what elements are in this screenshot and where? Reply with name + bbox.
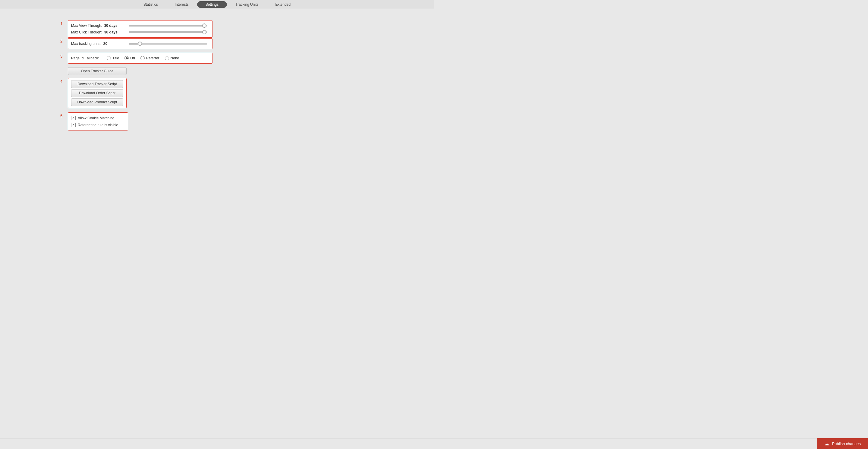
fallback-title-label: Title (113, 56, 119, 60)
fallback-none-label: None (170, 56, 179, 60)
retargeting-rule-row: Retargeting rule is visible (71, 122, 125, 128)
max-click-through-thumb[interactable] (202, 30, 207, 34)
tab-settings[interactable]: Settings (197, 1, 227, 8)
max-view-through-thumb[interactable] (202, 24, 207, 28)
tab-extended[interactable]: Extended (267, 1, 299, 8)
fallback-option-none[interactable]: None (165, 56, 179, 60)
download-tracker-script-button[interactable]: Download Tracker Script (71, 80, 123, 88)
fallback-label: Page Id Fallback: (71, 56, 101, 60)
max-click-through-track (129, 31, 207, 33)
fallback-radio-title[interactable] (107, 56, 111, 60)
download-product-script-button[interactable]: Download Product Script (71, 98, 123, 106)
max-tracking-units-thumb[interactable] (138, 41, 142, 46)
section-number-3: 3 (60, 54, 68, 59)
section-number-2: 2 (60, 39, 68, 43)
fallback-option-referrer[interactable]: Referrer (141, 56, 159, 60)
fallback-radio-referrer[interactable] (141, 56, 145, 60)
max-view-through-track (129, 25, 207, 27)
max-view-through-label: Max View Through: 30 days (71, 24, 127, 28)
fallback-option-url[interactable]: Url (124, 56, 135, 60)
retargeting-rule-label: Retargeting rule is visible (78, 123, 118, 127)
tab-tracking-units[interactable]: Tracking Units (227, 1, 267, 8)
allow-cookie-matching-checkbox[interactable] (71, 116, 76, 120)
section-number-5: 5 (60, 114, 68, 118)
section-4-box: Download Tracker Script Download Order S… (68, 78, 127, 108)
fallback-radio-none[interactable] (165, 56, 169, 60)
tab-interests[interactable]: Interests (166, 1, 197, 8)
fallback-option-title[interactable]: Title (107, 56, 119, 60)
max-tracking-units-row: Max tracking units: 20 (71, 40, 209, 47)
allow-cookie-matching-row: Allow Cookie Matching (71, 115, 125, 122)
max-view-through-row: Max View Through: 30 days (71, 22, 209, 29)
nav-separator (0, 9, 434, 9)
fallback-row: Page Id Fallback: Title Url Referrer (71, 55, 209, 62)
tab-statistics[interactable]: Statistics (135, 1, 166, 8)
section-2-box: Max tracking units: 20 (68, 38, 213, 49)
allow-cookie-matching-label: Allow Cookie Matching (78, 116, 114, 120)
main-content: 1 Max View Through: 30 days Max Click Th… (0, 14, 434, 130)
section-5-box: Allow Cookie Matching Retargeting rule i… (68, 113, 128, 130)
top-navigation: Statistics Interests Settings Tracking U… (0, 0, 434, 9)
fallback-radio-url[interactable] (124, 56, 129, 60)
section-4-wrapper: 4 Download Tracker Script Download Order… (60, 78, 434, 108)
max-tracking-units-label: Max tracking units: 20 (71, 41, 127, 46)
section-3-box: Page Id Fallback: Title Url Referrer (68, 53, 213, 64)
fallback-referrer-label: Referrer (146, 56, 159, 60)
section-number-1: 1 (60, 22, 68, 26)
max-click-through-row: Max Click Through: 30 days (71, 29, 209, 36)
max-click-through-label: Max Click Through: 30 days (71, 30, 127, 34)
section-3-wrapper: 3 Page Id Fallback: Title Url Referrer (60, 53, 434, 64)
section-2-wrapper: 2 Max tracking units: 20 (60, 38, 434, 49)
open-tracker-guide-button[interactable]: Open Tracker Guide (68, 67, 127, 75)
fallback-url-label: Url (130, 56, 135, 60)
max-tracking-units-track (129, 43, 207, 44)
section-number-4: 4 (60, 79, 68, 84)
section-1-box: Max View Through: 30 days Max Click Thro… (68, 20, 213, 38)
retargeting-rule-checkbox[interactable] (71, 123, 76, 127)
tracker-guide-wrapper: Open Tracker Guide (68, 67, 434, 75)
section-5-wrapper: 5 Allow Cookie Matching Retargeting rule… (60, 113, 434, 130)
download-order-script-button[interactable]: Download Order Script (71, 89, 123, 97)
section-1-wrapper: 1 Max View Through: 30 days Max Click Th… (60, 20, 434, 38)
